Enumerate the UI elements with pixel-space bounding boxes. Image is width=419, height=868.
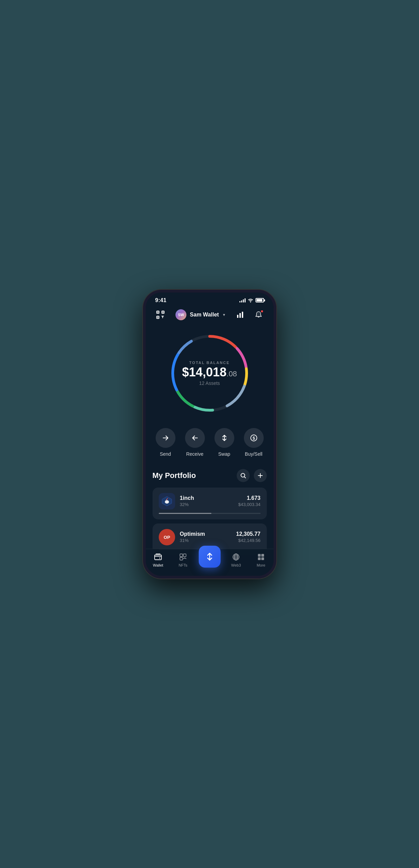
- optimism-usd: $42,149.56: [236, 538, 260, 543]
- more-nav-icon: [257, 553, 265, 561]
- wallet-nav-icon: [154, 553, 162, 561]
- svg-rect-32: [180, 557, 183, 560]
- svg-rect-4: [162, 312, 163, 313]
- more-nav-label: More: [257, 563, 265, 567]
- 1inch-values: 1.673 $43,003.34: [238, 495, 260, 507]
- action-buttons: Send Receive Swap: [146, 425, 274, 464]
- battery-icon: [256, 298, 264, 302]
- center-action-button[interactable]: [199, 546, 221, 568]
- svg-rect-3: [157, 312, 158, 313]
- asset-card-1inch[interactable]: 1inch 32% 1.673 $43,003.34: [153, 488, 267, 519]
- optimism-info: Optimism 31%: [180, 531, 232, 543]
- phone-screen: 9:41: [146, 293, 274, 576]
- 1inch-usd: $43,003.34: [238, 502, 260, 507]
- 1inch-bar-fill: [159, 513, 212, 514]
- svg-rect-8: [242, 312, 243, 318]
- header-actions: [234, 308, 265, 321]
- portfolio-header: My Portfolio: [153, 469, 267, 482]
- receive-label: Receive: [186, 451, 204, 457]
- balance-amount: $14,018.08: [182, 366, 237, 378]
- optimism-icon: OP: [159, 529, 175, 545]
- svg-rect-30: [180, 554, 183, 557]
- svg-text:$: $: [252, 436, 255, 440]
- optimism-percent: 31%: [180, 538, 232, 543]
- 1inch-amount: 1.673: [238, 495, 260, 501]
- portfolio-actions: [237, 469, 267, 482]
- optimism-amount: 12,305.77: [236, 531, 260, 537]
- portfolio-title: My Portfolio: [153, 471, 196, 480]
- 1inch-icon: [159, 493, 175, 509]
- portfolio-donut-chart: TOTAL BALANCE $14,018.08 12 Assets: [165, 329, 254, 418]
- svg-rect-36: [258, 554, 261, 557]
- swap-button[interactable]: Swap: [214, 428, 234, 457]
- status-time: 9:41: [155, 297, 167, 303]
- balance-section: TOTAL BALANCE $14,018.08 12 Assets: [146, 325, 274, 425]
- svg-point-25: [166, 501, 166, 501]
- swap-icon-circle: [214, 428, 234, 448]
- phone-frame: 9:41: [143, 290, 276, 579]
- chevron-down-icon: ▾: [223, 312, 225, 317]
- portfolio-search-button[interactable]: [237, 469, 250, 482]
- asset-row: OP Optimism 31% 12,305.77 $42,149.56: [159, 529, 261, 545]
- svg-rect-38: [258, 557, 261, 560]
- svg-point-33: [184, 558, 185, 558]
- status-icons: [239, 298, 264, 302]
- wallet-avatar: SW: [175, 309, 186, 320]
- portfolio-add-button[interactable]: [254, 469, 267, 482]
- nav-more[interactable]: More: [252, 553, 271, 567]
- 1inch-percent: 32%: [180, 502, 234, 507]
- receive-button[interactable]: Receive: [185, 428, 205, 457]
- svg-point-29: [159, 558, 160, 559]
- svg-rect-31: [183, 554, 186, 557]
- nft-nav-label: NFTs: [179, 563, 187, 567]
- buysell-button[interactable]: $ Buy/Sell: [244, 428, 264, 457]
- nav-web3[interactable]: Web3: [227, 553, 246, 567]
- asset-row: 1inch 32% 1.673 $43,003.34: [159, 493, 261, 509]
- nav-wallet[interactable]: Wallet: [149, 553, 168, 567]
- optimism-name: Optimism: [180, 531, 232, 537]
- 1inch-progress-bar: [159, 513, 261, 514]
- notch: [188, 293, 231, 304]
- wallet-nav-label: Wallet: [153, 563, 163, 567]
- send-icon-circle: [156, 428, 175, 448]
- balance-label: TOTAL BALANCE: [182, 361, 237, 365]
- wallet-selector[interactable]: SW Sam Wallet ▾: [175, 309, 225, 320]
- notification-dot: [260, 310, 264, 313]
- scan-button[interactable]: [154, 308, 167, 321]
- svg-rect-37: [261, 554, 264, 557]
- wifi-icon: [248, 298, 253, 302]
- send-label: Send: [160, 451, 171, 457]
- signal-bars-icon: [239, 298, 246, 302]
- svg-rect-39: [261, 557, 264, 560]
- wallet-name: Sam Wallet: [190, 312, 219, 318]
- 1inch-name: 1inch: [180, 495, 234, 501]
- buysell-label: Buy/Sell: [245, 451, 262, 457]
- 1inch-info: 1inch 32%: [180, 495, 234, 507]
- svg-rect-5: [157, 317, 158, 318]
- svg-rect-6: [237, 315, 238, 318]
- chart-button[interactable]: [234, 308, 247, 321]
- balance-assets-count: 12 Assets: [182, 380, 237, 386]
- nft-nav-icon: [179, 553, 187, 561]
- web3-nav-icon: [232, 553, 240, 561]
- svg-rect-28: [155, 555, 161, 560]
- balance-inner: TOTAL BALANCE $14,018.08 12 Assets: [182, 361, 237, 386]
- bottom-nav: Wallet NFTs: [146, 549, 274, 576]
- send-button[interactable]: Send: [156, 428, 175, 457]
- app-header: SW Sam Wallet ▾: [146, 306, 274, 325]
- svg-text:OP: OP: [163, 535, 170, 540]
- swap-label: Swap: [218, 451, 230, 457]
- svg-point-23: [165, 500, 169, 504]
- notification-button[interactable]: [252, 308, 265, 321]
- optimism-values: 12,305.77 $42,149.56: [236, 531, 260, 543]
- nav-nfts[interactable]: NFTs: [174, 553, 193, 567]
- buysell-icon-circle: $: [244, 428, 264, 448]
- receive-icon-circle: [185, 428, 205, 448]
- svg-rect-7: [239, 313, 241, 318]
- web3-nav-label: Web3: [231, 563, 241, 567]
